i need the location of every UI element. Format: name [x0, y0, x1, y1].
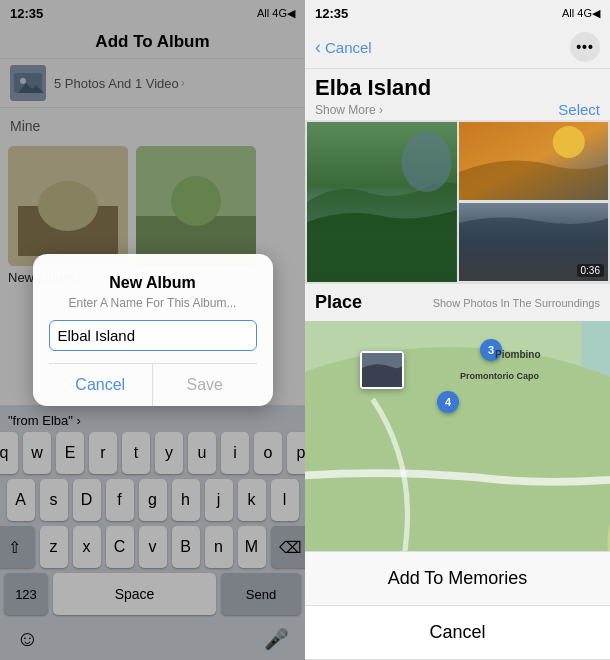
- modal-subtitle: Enter A Name For This Album...: [49, 296, 257, 310]
- svg-point-14: [552, 126, 584, 158]
- modal-cancel-button[interactable]: Cancel: [49, 364, 154, 406]
- place-title: Place: [315, 292, 362, 313]
- add-to-memories-button[interactable]: Add To Memories: [305, 552, 610, 606]
- right-header: ‹ Cancel •••: [305, 26, 610, 69]
- right-panel: 12:35 All 4G◀ ‹ Cancel ••• Elba Island S…: [305, 0, 610, 660]
- modal-save-button[interactable]: Save: [153, 364, 257, 406]
- photo-main[interactable]: [307, 122, 457, 282]
- map-label-piombino: Piombino: [495, 349, 541, 360]
- more-icon: •••: [576, 39, 594, 55]
- more-button[interactable]: •••: [570, 32, 600, 62]
- photo-bottom-right[interactable]: 0:36: [459, 203, 609, 281]
- modal-overlay: New Album Enter A Name For This Album...…: [0, 0, 305, 660]
- album-subtitle-row: Show More › Select: [315, 101, 600, 118]
- modal-title: New Album: [49, 274, 257, 292]
- action-cancel-button[interactable]: Cancel: [305, 606, 610, 660]
- status-bar-right: 12:35 All 4G◀: [305, 0, 610, 26]
- cancel-button-right[interactable]: Cancel: [325, 39, 372, 56]
- back-icon[interactable]: ‹: [315, 37, 321, 58]
- action-sheet: Add To Memories Cancel: [305, 551, 610, 660]
- map-photo-thumbnail: [360, 351, 404, 389]
- show-more-link[interactable]: Show More ›: [315, 103, 383, 117]
- place-header: Place Show Photos In The Surroundings: [315, 292, 600, 313]
- photo-top-right[interactable]: [459, 122, 609, 200]
- video-badge: 0:36: [577, 264, 604, 277]
- place-section: Place Show Photos In The Surroundings: [305, 284, 610, 321]
- map-label-promontorio: Promontorio Capo: [460, 371, 539, 381]
- album-title-bar: Elba Island Show More › Select: [305, 69, 610, 120]
- modal-box: New Album Enter A Name For This Album...…: [33, 254, 273, 406]
- select-button[interactable]: Select: [558, 101, 600, 118]
- left-panel: 12:35 All 4G◀ Add To Album 5 Photos And …: [0, 0, 305, 660]
- album-title: Elba Island: [315, 75, 600, 101]
- map-pin-4: 4: [437, 391, 459, 413]
- show-surroundings[interactable]: Show Photos In The Surroundings: [433, 297, 600, 309]
- svg-point-12: [402, 132, 452, 192]
- photo-grid: 0:36: [305, 120, 610, 284]
- time-right: 12:35: [315, 6, 348, 21]
- modal-buttons: Cancel Save: [49, 363, 257, 406]
- network-right: All 4G◀: [562, 7, 600, 20]
- album-name-input[interactable]: [49, 320, 257, 351]
